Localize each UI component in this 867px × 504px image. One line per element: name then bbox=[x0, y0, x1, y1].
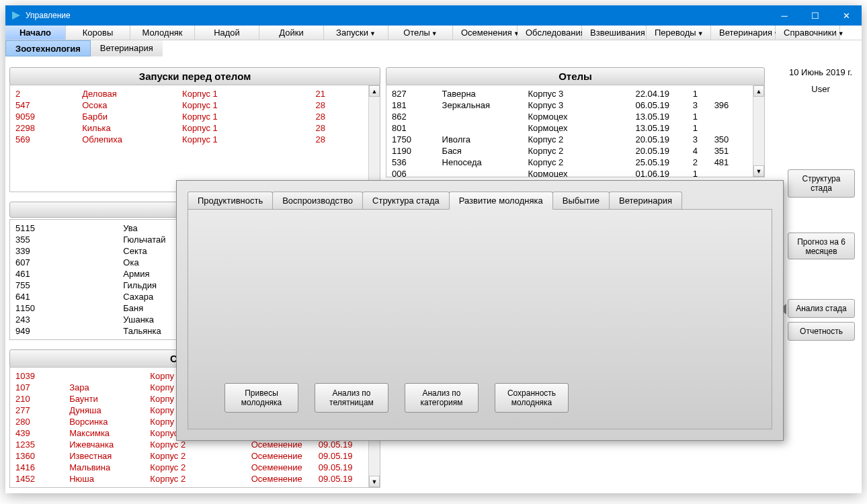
menu-справочники[interactable]: Справочники▼ bbox=[776, 26, 840, 40]
cell: Ижевчанка bbox=[68, 439, 149, 450]
table-row[interactable]: 569ОблепихаКорпус 128 bbox=[14, 134, 364, 145]
cell: Деловая bbox=[81, 88, 181, 99]
titlebar: Управление ─ ☐ ✕ bbox=[5, 5, 862, 26]
analiz-stada-button[interactable]: Анализ стада bbox=[788, 299, 855, 318]
table-row[interactable]: 1452НюшаКорпус 2Осеменение09.05.19 bbox=[14, 473, 364, 485]
table-row[interactable]: 827ТавернаКорпус 322.04.191 bbox=[390, 88, 749, 99]
modal-body: Привесы молоднякаАнализ по телятницамАна… bbox=[188, 209, 772, 429]
table-row[interactable]: 801Кормоцех13.05.191 bbox=[390, 122, 749, 134]
table-row[interactable]: 1750ИволгаКорпус 220.05.193350 bbox=[390, 134, 749, 145]
scroll-up-icon[interactable]: ▲ bbox=[753, 85, 764, 97]
cell: 1750 bbox=[390, 134, 441, 145]
cell: Корпус 1 bbox=[181, 88, 314, 99]
cell: Корпус 1 bbox=[181, 99, 314, 111]
menu-обследования[interactable]: Обследования▼ bbox=[518, 26, 582, 40]
submenu-0[interactable]: Зоотехнология bbox=[5, 40, 91, 56]
cell: Корпус 2 bbox=[149, 473, 249, 485]
table-row[interactable]: 1360ИзвестнаяКорпус 2Осеменение09.05.19 bbox=[14, 450, 364, 462]
table-row[interactable]: 9059БарбиКорпус 128 bbox=[14, 111, 364, 122]
cell: 25.05.19 bbox=[634, 157, 691, 168]
modal-action-3[interactable]: Сохранность молодняка bbox=[495, 383, 569, 413]
submenu-1[interactable]: Ветеринария bbox=[91, 40, 163, 56]
cell: 2 bbox=[14, 88, 81, 99]
table-row[interactable]: 2298КилькаКорпус 128 bbox=[14, 122, 364, 134]
cell: 439 bbox=[14, 427, 68, 439]
menu-переводы[interactable]: Переводы▼ bbox=[647, 26, 711, 40]
cell bbox=[713, 168, 749, 177]
menu-начало[interactable]: Начало bbox=[5, 26, 66, 40]
cell: 28 bbox=[315, 111, 364, 122]
modal-tab-2[interactable]: Структура стада bbox=[362, 192, 450, 210]
close-button[interactable]: ✕ bbox=[831, 5, 862, 26]
menu-молодняк[interactable]: Молодняк bbox=[130, 26, 195, 40]
struktura-stada-button[interactable]: Структура стада bbox=[788, 169, 855, 198]
cell: Корпус 2 bbox=[149, 462, 249, 473]
menu-дойки[interactable]: Дойки bbox=[259, 26, 324, 40]
cell: Корпус 2 bbox=[527, 134, 634, 145]
modal-tab-4[interactable]: Выбытие bbox=[552, 192, 610, 210]
cell: 1 bbox=[692, 168, 713, 177]
table-row[interactable]: 181ЗеркальнаяКорпус 306.05.193396 bbox=[390, 99, 749, 111]
menu-коровы[interactable]: Коровы bbox=[66, 26, 130, 40]
table-row[interactable]: 1416МальвинаКорпус 2Осеменение09.05.19 bbox=[14, 462, 364, 473]
scrollbar[interactable]: ▲ ▼ bbox=[368, 85, 380, 192]
modal-tab-1[interactable]: Воспроизводство bbox=[272, 192, 363, 210]
modal-action-2[interactable]: Анализ по категориям bbox=[405, 383, 479, 413]
cell bbox=[441, 111, 527, 122]
cell bbox=[713, 122, 749, 134]
scroll-down-icon[interactable]: ▼ bbox=[753, 165, 764, 177]
scrollbar[interactable]: ▲ ▼ bbox=[753, 85, 764, 177]
cell: 351 bbox=[713, 145, 749, 157]
cell: 461 bbox=[14, 268, 122, 280]
cell: Осеменение bbox=[250, 473, 317, 485]
cell: 641 bbox=[14, 291, 122, 302]
cell bbox=[441, 168, 527, 177]
cell: 2298 bbox=[14, 122, 81, 134]
table-row[interactable]: 862Кормоцех13.05.191 bbox=[390, 111, 749, 122]
maximize-button[interactable]: ☐ bbox=[800, 5, 831, 26]
table-row[interactable]: 006Кормоцех01.06.191 bbox=[390, 168, 749, 177]
cell: Баунти bbox=[68, 393, 149, 405]
menu-запуски[interactable]: Запуски▼ bbox=[324, 26, 388, 40]
scroll-down-icon[interactable]: ▼ bbox=[369, 476, 380, 487]
table-row[interactable]: 2ДеловаяКорпус 121 bbox=[14, 88, 364, 99]
cell: 243 bbox=[14, 314, 122, 325]
cell: 1235 bbox=[14, 439, 68, 450]
cell: 3 bbox=[692, 134, 713, 145]
modal-tab-3[interactable]: Развитие молодняка bbox=[449, 192, 553, 210]
cell: 13.05.19 bbox=[634, 122, 691, 134]
prognoz-button[interactable]: Прогноз на 6 месяцев bbox=[788, 233, 855, 259]
cell: Нюша bbox=[68, 473, 149, 485]
table-row[interactable]: 547ОсокаКорпус 128 bbox=[14, 99, 364, 111]
cell: 755 bbox=[14, 280, 122, 291]
cell: 355 bbox=[14, 234, 122, 245]
menu-ветеринария[interactable]: Ветеринария▼ bbox=[711, 26, 776, 40]
scroll-up-icon[interactable]: ▲ bbox=[369, 85, 380, 97]
cell: 1190 bbox=[390, 145, 441, 157]
cell: Иволга bbox=[441, 134, 527, 145]
modal-action-0[interactable]: Привесы молодняка bbox=[224, 383, 298, 413]
cell: 09.05.19 bbox=[317, 462, 364, 473]
cell: Известная bbox=[68, 450, 149, 462]
cell: 280 bbox=[14, 416, 68, 427]
cell: 20.05.19 bbox=[634, 145, 691, 157]
cell: 1452 bbox=[14, 473, 68, 485]
cell: Зара bbox=[68, 382, 149, 393]
menu-отелы[interactable]: Отелы▼ bbox=[388, 26, 453, 40]
menu-осеменения[interactable]: Осеменения▼ bbox=[453, 26, 518, 40]
cell: Дуняша bbox=[68, 405, 149, 416]
otchetnost-button[interactable]: Отчетность bbox=[788, 322, 855, 341]
cell: 1 bbox=[692, 111, 713, 122]
cell bbox=[713, 111, 749, 122]
modal-tab-5[interactable]: Ветеринария bbox=[609, 192, 682, 210]
cell: Мальвина bbox=[68, 462, 149, 473]
table-row[interactable]: 536НепоседаКорпус 225.05.192481 bbox=[390, 157, 749, 168]
modal-action-1[interactable]: Анализ по телятницам bbox=[315, 383, 388, 413]
table-row[interactable]: 1190БасяКорпус 220.05.194351 bbox=[390, 145, 749, 157]
menu-взвешивания[interactable]: Взвешивания▼ bbox=[582, 26, 647, 40]
cell: Кормоцех bbox=[527, 111, 634, 122]
minimize-button[interactable]: ─ bbox=[769, 5, 800, 26]
cell: Облепиха bbox=[81, 134, 181, 145]
modal-tab-0[interactable]: Продуктивность bbox=[188, 192, 273, 210]
menu-надой[interactable]: Надой bbox=[195, 26, 259, 40]
